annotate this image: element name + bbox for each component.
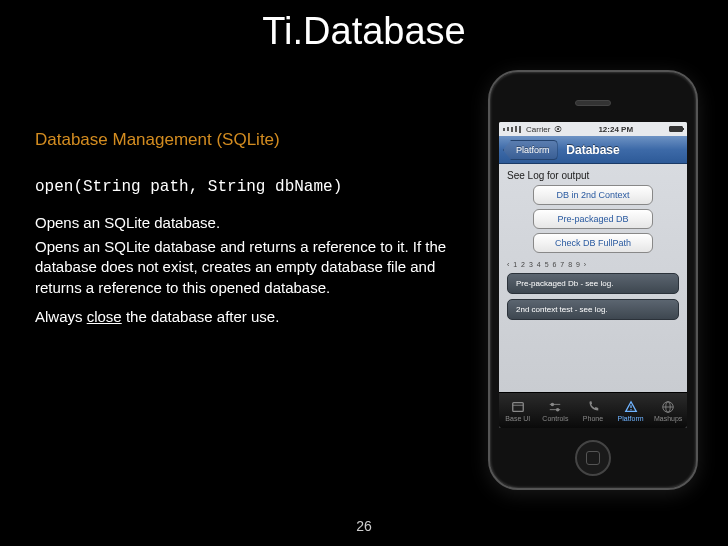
nav-bar: Platform Database xyxy=(499,136,687,164)
tab-platform[interactable]: Platform xyxy=(612,393,650,428)
tab-mashups[interactable]: Mashups xyxy=(649,393,687,428)
tab-base-ui[interactable]: Base UI xyxy=(499,393,537,428)
globe-icon xyxy=(661,400,675,414)
page-number: 26 xyxy=(0,518,728,534)
method-signature: open(String path, String dbName) xyxy=(35,178,475,196)
tab-label: Mashups xyxy=(654,415,682,422)
status-bar: Carrier ⦿ 12:24 PM xyxy=(499,122,687,136)
window-icon xyxy=(511,400,525,414)
log-label: See Log for output xyxy=(507,170,679,181)
tab-bar: Base UI Controls Phone Platform Mashups xyxy=(499,392,687,428)
note-pre: Always xyxy=(35,308,87,325)
phone-screen: Carrier ⦿ 12:24 PM Platform Database See… xyxy=(499,122,687,428)
phone-icon xyxy=(586,400,600,414)
log-entry: Pre-packaged Db - see log. xyxy=(507,273,679,294)
phone-speaker xyxy=(575,100,611,106)
tab-label: Phone xyxy=(583,415,603,422)
carrier-label: Carrier xyxy=(526,125,550,134)
prepackaged-db-button[interactable]: Pre-packaged DB xyxy=(533,209,653,229)
sliders-icon xyxy=(548,400,562,414)
back-button[interactable]: Platform xyxy=(503,140,558,160)
subheading: Database Management (SQLite) xyxy=(35,130,475,150)
battery-icon xyxy=(669,126,683,132)
clock: 12:24 PM xyxy=(598,125,633,134)
slide-title: Ti.Database xyxy=(0,0,728,53)
description-long: Opens an SQLite database and returns a r… xyxy=(35,237,475,298)
pager[interactable]: ‹ 1 2 3 4 5 6 7 8 9 › xyxy=(507,261,679,268)
check-db-fullpath-button[interactable]: Check DB FullPath xyxy=(533,233,653,253)
iphone-mockup: Carrier ⦿ 12:24 PM Platform Database See… xyxy=(488,70,698,490)
db-2nd-context-button[interactable]: DB in 2nd Context xyxy=(533,185,653,205)
warning-icon xyxy=(624,400,638,414)
close-method-ref: close xyxy=(87,308,122,325)
svg-rect-0 xyxy=(513,402,524,411)
wifi-icon: ⦿ xyxy=(554,125,562,134)
tab-controls[interactable]: Controls xyxy=(537,393,575,428)
svg-point-7 xyxy=(630,408,631,409)
tab-label: Controls xyxy=(542,415,568,422)
tab-label: Platform xyxy=(618,415,644,422)
home-button[interactable] xyxy=(575,440,611,476)
tab-phone[interactable]: Phone xyxy=(574,393,612,428)
nav-title: Database xyxy=(566,143,619,157)
note-post: the database after use. xyxy=(122,308,280,325)
description-note: Always close the database after use. xyxy=(35,308,475,325)
description-short: Opens an SQLite database. xyxy=(35,214,475,231)
log-entry: 2nd context test - see log. xyxy=(507,299,679,320)
content-area: Database Management (SQLite) open(String… xyxy=(35,130,475,325)
app-body: See Log for output DB in 2nd Context Pre… xyxy=(499,164,687,392)
tab-label: Base UI xyxy=(505,415,530,422)
signal-indicator: Carrier ⦿ xyxy=(503,125,562,134)
